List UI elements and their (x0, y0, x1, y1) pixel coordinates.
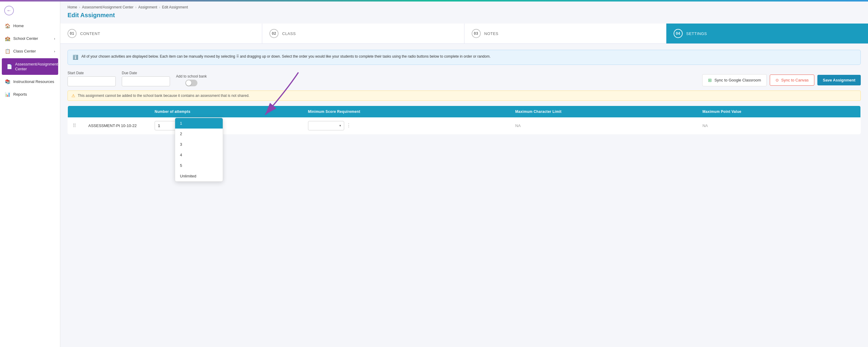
reports-icon: 📊 (5, 92, 10, 97)
assessment-name: ASSESSMENT-Pt 10-10-22 (88, 123, 136, 128)
col-max-points: Maximum Point Value (698, 106, 861, 117)
home-icon: 🏠 (5, 23, 10, 29)
col-drag (68, 106, 84, 117)
warning-bar: ⚠ This assignment cannot be added to the… (67, 90, 861, 101)
assignments-table: Number of attempts Minimum Score Require… (67, 106, 861, 134)
form-row: Start Date Due Date Add to school bank ⊞… (67, 71, 861, 86)
start-date-input[interactable] (67, 76, 116, 86)
assessment-icon: 📄 (7, 64, 12, 69)
step-notes[interactable]: 03 NOTES (464, 24, 666, 44)
due-date-label: Due Date (122, 71, 170, 75)
school-bank-toggle[interactable] (185, 80, 197, 86)
min-score-select[interactable] (308, 121, 344, 131)
add-to-school-bank-field: Add to school bank (176, 74, 207, 86)
sidebar-item-label: Instructional Resources (13, 79, 55, 84)
warning-text: This assignment cannot be added to the s… (78, 93, 250, 98)
breadcrumb-current: Edit Assignment (162, 5, 188, 9)
info-icon: ℹ️ (73, 54, 79, 61)
step-label-class: CLASS (282, 31, 296, 36)
step-number-1: 01 (67, 29, 76, 38)
start-date-label: Start Date (67, 71, 116, 75)
step-number-2: 02 (270, 29, 278, 38)
min-score-select-wrapper: ▾ (308, 121, 344, 131)
sidebar-item-label: School Center (13, 36, 51, 41)
step-number-4: 04 (674, 29, 683, 38)
sidebar-item-label: Home (13, 24, 55, 28)
assessment-name-cell: ASSESSMENT-Pt 10-10-22 (84, 117, 150, 134)
dropdown-option-1[interactable]: 1 (175, 118, 223, 128)
min-score-cell: ▾ ⋮ (303, 117, 510, 134)
col-max-char: Maximum Character Limit (510, 106, 698, 117)
step-number-3: 03 (472, 29, 481, 38)
step-label-content: CONTENT (80, 31, 100, 36)
breadcrumb-home[interactable]: Home (67, 5, 77, 9)
breadcrumb-assessment-center[interactable]: Assessment/Assignment Center (82, 5, 133, 9)
sidebar-item-class-center[interactable]: 📋 Class Center › (0, 45, 60, 58)
sidebar-item-instructional-resources[interactable]: 📚 Instructional Resources (0, 76, 60, 88)
step-label-notes: NOTES (484, 31, 498, 36)
sidebar-item-label: Assessment/Assignment Center (15, 62, 58, 71)
attempts-cell: 12345Unlimited ▾ 12345Unlimited (150, 117, 303, 134)
sidebar-item-assessment-center[interactable]: 📄 Assessment/Assignment Center (2, 58, 58, 75)
breadcrumb: Home › Assessment/Assignment Center › As… (60, 1, 868, 10)
step-content[interactable]: 01 CONTENT (60, 24, 262, 44)
chevron-right-icon: › (54, 37, 55, 40)
sidebar-item-home[interactable]: 🏠 Home (0, 20, 60, 32)
back-button[interactable]: ← (4, 6, 14, 16)
max-char-na: NA (516, 123, 521, 128)
class-icon: 📋 (5, 49, 10, 54)
sidebar-item-reports[interactable]: 📊 Reports (0, 88, 60, 101)
sidebar-item-school-center[interactable]: 🏫 School Center › (0, 32, 60, 45)
school-icon: 🏫 (5, 36, 10, 41)
google-classroom-icon: ⊞ (708, 78, 712, 83)
dropdown-menu: 12345Unlimited (175, 118, 223, 134)
drag-handle[interactable]: ⠿ (73, 123, 79, 128)
col-attempts: Number of attempts (150, 106, 303, 117)
col-name (84, 106, 150, 117)
info-banner: ℹ️ All of your chosen activities are dis… (67, 50, 861, 65)
step-class[interactable]: 02 CLASS (262, 24, 464, 44)
steps-bar: 01 CONTENT 02 CLASS 03 NOTES 04 SETTINGS (60, 24, 868, 44)
warning-icon: ⚠ (71, 93, 75, 98)
table-header-row: Number of attempts Minimum Score Require… (68, 106, 861, 117)
sync-google-button[interactable]: ⊞ Sync to Google Classroom (702, 74, 767, 86)
breadcrumb-assignment[interactable]: Assignment (138, 5, 157, 9)
start-date-field: Start Date (67, 71, 116, 86)
due-date-input[interactable] (122, 76, 170, 86)
chevron-right-icon: › (54, 50, 55, 53)
max-char-cell: NA (510, 117, 698, 134)
col-min-score: Minimum Score Requirement (303, 106, 510, 117)
action-buttons: ⊞ Sync to Google Classroom ⊙ Sync to Can… (702, 74, 861, 86)
due-date-field: Due Date (122, 71, 170, 86)
attempts-dropdown: 12345Unlimited (175, 118, 223, 134)
table-row: ⠿ ASSESSMENT-Pt 10-10-22 12345Unlimited … (68, 117, 861, 134)
main-content: Home › Assessment/Assignment Center › As… (60, 1, 868, 347)
canvas-icon: ⊙ (775, 78, 779, 82)
step-settings[interactable]: 04 SETTINGS (666, 24, 868, 44)
save-assignment-button[interactable]: Save Assignment (817, 75, 861, 85)
sidebar: ← 🏠 Home 🏫 School Center › 📋 Class Cente… (0, 1, 60, 347)
sidebar-item-label: Reports (13, 92, 55, 97)
drag-handle-cell: ⠿ (68, 117, 84, 134)
step-label-settings: SETTINGS (686, 31, 707, 36)
dropdown-option-2[interactable]: 2 (175, 128, 223, 134)
row-menu-icon[interactable]: ⋮ (345, 123, 352, 128)
sync-canvas-button[interactable]: ⊙ Sync to Canvas (770, 75, 814, 86)
max-points-cell: NA (698, 117, 861, 134)
page-title: Edit Assignment (60, 10, 868, 24)
school-bank-label: Add to school bank (176, 74, 207, 79)
max-points-na: NA (703, 123, 708, 128)
resources-icon: 📚 (5, 79, 10, 85)
content-area: ℹ️ All of your chosen activities are dis… (60, 44, 868, 347)
info-banner-text: All of your chosen activities are displa… (82, 54, 491, 61)
sidebar-item-label: Class Center (13, 49, 51, 54)
